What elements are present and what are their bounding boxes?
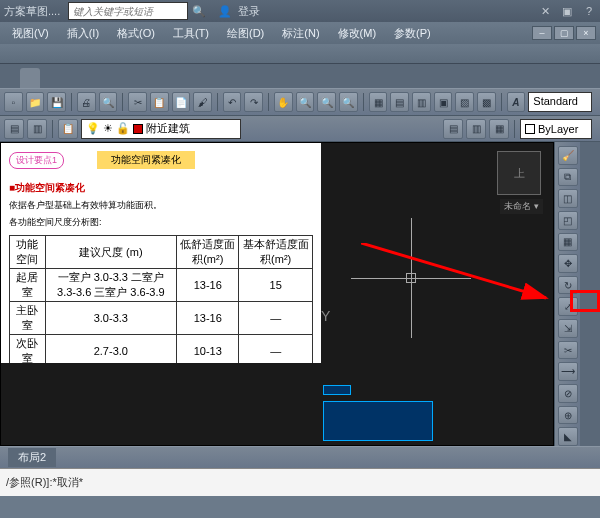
minimize-button[interactable]: – — [532, 26, 552, 40]
doc-line1: 依据各户型基础上有效特算功能面积。 — [9, 199, 313, 212]
doc-tab[interactable] — [20, 68, 40, 88]
move-button[interactable]: ✥ — [558, 254, 578, 273]
break-button[interactable]: ⊘ — [558, 384, 578, 403]
layer-states-button[interactable]: ▥ — [27, 119, 47, 139]
match-button[interactable]: 🖌 — [193, 92, 212, 112]
join-button[interactable]: ⊕ — [558, 406, 578, 425]
menu-parametric[interactable]: 参数(P) — [386, 24, 439, 43]
redo-button[interactable]: ↷ — [244, 92, 263, 112]
open-button[interactable]: 📁 — [26, 92, 45, 112]
menu-format[interactable]: 格式(O) — [109, 24, 163, 43]
mirror-button[interactable]: ◫ — [558, 189, 578, 208]
layer-iso-button[interactable]: ▤ — [443, 119, 463, 139]
save-button[interactable]: 💾 — [47, 92, 66, 112]
doc-line2: 各功能空间尺度分析图: — [9, 216, 313, 229]
layout-tabs: 布局2 — [0, 446, 600, 468]
standard-toolbar: ▫ 📁 💾 🖨 🔍 ✂ 📋 📄 🖌 ↶ ↷ ✋ 🔍 🔍 🔍 ▦ ▤ ▥ ▣ ▨ … — [0, 88, 600, 116]
user-icon: 👤 — [218, 4, 232, 18]
drawing-object-1[interactable] — [323, 401, 433, 441]
annotation-arrow — [361, 243, 554, 323]
layer-color-swatch — [133, 124, 143, 134]
menu-insert[interactable]: 插入(I) — [59, 24, 107, 43]
color-swatch — [525, 124, 535, 134]
markup-button[interactable]: ▨ — [455, 92, 474, 112]
lightbulb-icon: 💡 — [86, 122, 100, 135]
erase-button[interactable]: 🧹 — [558, 146, 578, 165]
canvas-area: 设计要点1 功能空间紧凑化 ■功能空间紧凑化 依据各户型基础上有效特算功能面积。… — [0, 142, 600, 446]
search-icon[interactable]: 🔍 — [192, 4, 206, 18]
color-combo[interactable]: ByLayer — [520, 119, 592, 139]
qcalc-button[interactable]: ▩ — [477, 92, 496, 112]
paste-button[interactable]: 📄 — [172, 92, 191, 112]
menubar: 视图(V) 插入(I) 格式(O) 工具(T) 绘图(D) 标注(N) 修改(M… — [0, 22, 600, 44]
chamfer-button[interactable]: ◣ — [558, 427, 578, 446]
close-button[interactable]: × — [576, 26, 596, 40]
ucs-y-label: Y — [321, 308, 330, 324]
layer-combo[interactable]: 💡 ☀ 🔓 附近建筑 — [81, 119, 241, 139]
stretch-button[interactable]: ⇲ — [558, 319, 578, 338]
viewcube-ucs-label[interactable]: 未命名 ▾ — [500, 199, 543, 214]
tp-button[interactable]: ▥ — [412, 92, 431, 112]
command-value: *取消* — [52, 475, 83, 490]
properties-button[interactable]: ▦ — [369, 92, 388, 112]
layer-prop-button[interactable]: ▤ — [4, 119, 24, 139]
zoom-prev-button[interactable]: 🔍 — [317, 92, 336, 112]
new-button[interactable]: ▫ — [4, 92, 23, 112]
layer-name: 附近建筑 — [146, 121, 190, 136]
drawing-object-2[interactable] — [323, 385, 351, 395]
extend-button[interactable]: ⟶ — [558, 362, 578, 381]
ssm-button[interactable]: ▣ — [434, 92, 453, 112]
layout-tab-2[interactable]: 布局2 — [8, 448, 56, 467]
undo-button[interactable]: ↶ — [223, 92, 242, 112]
text-style-combo[interactable]: Standard — [528, 92, 592, 112]
zoom-ext-button[interactable]: 🔍 — [339, 92, 358, 112]
model-space[interactable]: 设计要点1 功能空间紧凑化 ■功能空间紧凑化 依据各户型基础上有效特算功能面积。… — [0, 142, 554, 446]
help-icon[interactable]: ? — [582, 4, 596, 18]
copy-button[interactable]: 📋 — [150, 92, 169, 112]
zoom-button[interactable]: 🔍 — [296, 92, 315, 112]
menu-draw[interactable]: 绘图(D) — [219, 24, 272, 43]
login-link[interactable]: 登录 — [238, 4, 260, 19]
app-title: 方案草图.... — [4, 4, 60, 19]
ole-document[interactable]: 设计要点1 功能空间紧凑化 ■功能空间紧凑化 依据各户型基础上有效特算功能面积。… — [1, 143, 321, 363]
search-input[interactable] — [69, 3, 187, 19]
trim-button[interactable]: ✂ — [558, 341, 578, 360]
titlebar: 方案草图.... 🔍 👤 登录 ✕ ▣ ? — [0, 0, 600, 22]
preview-button[interactable]: 🔍 — [99, 92, 118, 112]
cut-button[interactable]: ✂ — [128, 92, 147, 112]
layer-props-icon[interactable]: 📋 — [58, 119, 78, 139]
layer-toolbar: ▤ ▥ 📋 💡 ☀ 🔓 附近建筑 ▤ ▥ ▦ ByLayer — [0, 116, 600, 142]
empty-toolbar — [0, 44, 600, 64]
doc-subtitle: ■功能空间紧凑化 — [9, 181, 313, 195]
command-line[interactable]: /参照(R)]: *取消* — [0, 468, 600, 496]
menu-tools[interactable]: 工具(T) — [165, 24, 217, 43]
offset-button[interactable]: ◰ — [558, 211, 578, 230]
lock-icon: 🔓 — [116, 122, 130, 135]
menu-view[interactable]: 视图(V) — [4, 24, 57, 43]
scrollbar-v[interactable] — [580, 142, 600, 446]
layer-walk-button[interactable]: ▦ — [489, 119, 509, 139]
dc-button[interactable]: ▤ — [390, 92, 409, 112]
pan-button[interactable]: ✋ — [274, 92, 293, 112]
svg-line-0 — [361, 243, 546, 298]
document-tabs — [0, 64, 600, 88]
scale-button[interactable]: ⤢ — [558, 297, 578, 316]
array-button[interactable]: ▦ — [558, 233, 578, 252]
textstyle-icon[interactable]: A — [507, 92, 526, 112]
copy-obj-button[interactable]: ⧉ — [558, 168, 578, 187]
sun-icon: ☀ — [103, 122, 113, 135]
restore-button[interactable]: ▢ — [554, 26, 574, 40]
rotate-button[interactable]: ↻ — [558, 276, 578, 295]
modify-toolbar: 🧹 ⧉ ◫ ◰ ▦ ✥ ↻ ⤢ ⇲ ✂ ⟶ ⊘ ⊕ ◣ — [554, 142, 580, 446]
command-prompt: /参照(R)]: — [6, 475, 52, 490]
viewcube[interactable]: 上 — [497, 151, 541, 195]
exchange-icon[interactable]: ✕ — [538, 4, 552, 18]
menu-dimension[interactable]: 标注(N) — [274, 24, 327, 43]
help-search[interactable] — [68, 2, 188, 20]
doc-table: 功能空间建议尺度 (m)低舒适度面积(m²)基本舒适度面积(m²) 起居室一室户… — [9, 235, 313, 363]
doc-title: 功能空间紧凑化 — [97, 151, 195, 169]
menu-modify[interactable]: 修改(M) — [330, 24, 385, 43]
layer-prev-button[interactable]: ▥ — [466, 119, 486, 139]
cloud-icon[interactable]: ▣ — [560, 4, 574, 18]
plot-button[interactable]: 🖨 — [77, 92, 96, 112]
